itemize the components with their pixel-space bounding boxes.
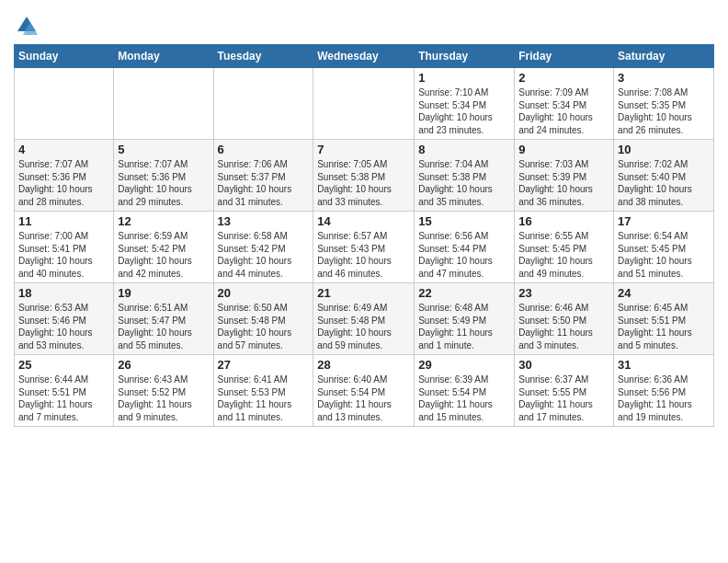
week-row-5: 25Sunrise: 6:44 AM Sunset: 5:51 PM Dayli… [15, 355, 714, 427]
calendar-cell: 30Sunrise: 6:37 AM Sunset: 5:55 PM Dayli… [515, 355, 614, 427]
day-info: Sunrise: 6:40 AM Sunset: 5:54 PM Dayligh… [317, 373, 410, 423]
calendar-cell: 14Sunrise: 6:57 AM Sunset: 5:43 PM Dayli… [313, 212, 415, 283]
calendar-cell: 22Sunrise: 6:48 AM Sunset: 5:49 PM Dayli… [415, 283, 515, 355]
day-info: Sunrise: 6:56 AM Sunset: 5:44 PM Dayligh… [418, 230, 510, 280]
calendar-cell: 6Sunrise: 7:06 AM Sunset: 5:37 PM Daylig… [213, 140, 313, 212]
calendar-cell: 7Sunrise: 7:05 AM Sunset: 5:38 PM Daylig… [313, 140, 415, 212]
week-row-3: 11Sunrise: 7:00 AM Sunset: 5:41 PM Dayli… [15, 212, 714, 283]
calendar-cell: 24Sunrise: 6:45 AM Sunset: 5:51 PM Dayli… [614, 283, 714, 355]
calendar-cell: 11Sunrise: 7:00 AM Sunset: 5:41 PM Dayli… [15, 212, 114, 283]
col-header-friday: Friday [515, 45, 614, 68]
calendar-cell: 1Sunrise: 7:10 AM Sunset: 5:34 PM Daylig… [415, 68, 515, 140]
calendar-cell: 16Sunrise: 6:55 AM Sunset: 5:45 PM Dayli… [515, 212, 614, 283]
day-number: 14 [317, 214, 410, 228]
calendar-cell: 26Sunrise: 6:43 AM Sunset: 5:52 PM Dayli… [114, 355, 213, 427]
week-row-1: 1Sunrise: 7:10 AM Sunset: 5:34 PM Daylig… [15, 68, 714, 140]
day-info: Sunrise: 6:45 AM Sunset: 5:51 PM Dayligh… [618, 302, 710, 351]
calendar-cell [15, 68, 114, 140]
day-number: 7 [317, 143, 410, 156]
day-info: Sunrise: 6:55 AM Sunset: 5:45 PM Dayligh… [518, 230, 609, 280]
day-info: Sunrise: 7:04 AM Sunset: 5:38 PM Dayligh… [418, 158, 510, 208]
calendar-cell [213, 68, 313, 140]
col-header-sunday: Sunday [15, 45, 114, 68]
calendar-cell: 5Sunrise: 7:07 AM Sunset: 5:36 PM Daylig… [114, 140, 213, 212]
calendar-cell: 21Sunrise: 6:49 AM Sunset: 5:48 PM Dayli… [313, 283, 415, 355]
day-number: 8 [418, 143, 510, 156]
day-number: 29 [418, 358, 510, 372]
col-header-thursday: Thursday [415, 45, 515, 68]
calendar-cell: 18Sunrise: 6:53 AM Sunset: 5:46 PM Dayli… [15, 283, 114, 355]
day-number: 10 [618, 143, 710, 156]
day-info: Sunrise: 7:07 AM Sunset: 5:36 PM Dayligh… [118, 158, 209, 208]
day-info: Sunrise: 7:07 AM Sunset: 5:36 PM Dayligh… [18, 158, 109, 208]
day-info: Sunrise: 6:59 AM Sunset: 5:42 PM Dayligh… [118, 230, 209, 280]
day-info: Sunrise: 6:41 AM Sunset: 5:53 PM Dayligh… [218, 373, 310, 423]
day-info: Sunrise: 6:50 AM Sunset: 5:48 PM Dayligh… [218, 302, 310, 351]
week-row-2: 4Sunrise: 7:07 AM Sunset: 5:36 PM Daylig… [15, 140, 714, 212]
day-number: 26 [118, 358, 209, 372]
calendar-header-row: SundayMondayTuesdayWednesdayThursdayFrid… [15, 45, 714, 68]
day-info: Sunrise: 7:09 AM Sunset: 5:34 PM Dayligh… [518, 86, 609, 136]
day-number: 11 [18, 214, 109, 228]
day-number: 30 [518, 358, 609, 372]
day-info: Sunrise: 6:53 AM Sunset: 5:46 PM Dayligh… [18, 302, 109, 351]
day-info: Sunrise: 6:51 AM Sunset: 5:47 PM Dayligh… [118, 302, 209, 351]
day-number: 19 [118, 286, 209, 300]
day-info: Sunrise: 6:43 AM Sunset: 5:52 PM Dayligh… [118, 373, 209, 423]
day-number: 28 [317, 358, 410, 372]
day-number: 16 [518, 214, 609, 228]
day-number: 13 [218, 214, 310, 228]
day-info: Sunrise: 6:36 AM Sunset: 5:56 PM Dayligh… [618, 373, 710, 423]
day-info: Sunrise: 6:54 AM Sunset: 5:45 PM Dayligh… [618, 230, 710, 280]
page-header [14, 9, 714, 39]
calendar-cell: 10Sunrise: 7:02 AM Sunset: 5:40 PM Dayli… [614, 140, 714, 212]
day-number: 23 [518, 286, 609, 300]
day-info: Sunrise: 7:03 AM Sunset: 5:39 PM Dayligh… [518, 158, 609, 208]
day-number: 31 [618, 358, 710, 372]
logo-icon [14, 13, 40, 39]
calendar-cell [313, 68, 415, 140]
day-info: Sunrise: 6:48 AM Sunset: 5:49 PM Dayligh… [418, 302, 510, 351]
calendar-cell: 17Sunrise: 6:54 AM Sunset: 5:45 PM Dayli… [614, 212, 714, 283]
day-info: Sunrise: 7:08 AM Sunset: 5:35 PM Dayligh… [618, 86, 710, 136]
day-number: 9 [518, 143, 609, 156]
day-info: Sunrise: 7:00 AM Sunset: 5:41 PM Dayligh… [18, 230, 109, 280]
day-number: 22 [418, 286, 510, 300]
day-info: Sunrise: 6:46 AM Sunset: 5:50 PM Dayligh… [518, 302, 609, 351]
calendar-cell: 31Sunrise: 6:36 AM Sunset: 5:56 PM Dayli… [614, 355, 714, 427]
day-number: 15 [418, 214, 510, 228]
calendar-cell: 12Sunrise: 6:59 AM Sunset: 5:42 PM Dayli… [114, 212, 213, 283]
calendar-cell: 28Sunrise: 6:40 AM Sunset: 5:54 PM Dayli… [313, 355, 415, 427]
col-header-saturday: Saturday [614, 45, 714, 68]
calendar-cell: 9Sunrise: 7:03 AM Sunset: 5:39 PM Daylig… [515, 140, 614, 212]
calendar-cell: 20Sunrise: 6:50 AM Sunset: 5:48 PM Dayli… [213, 283, 313, 355]
day-number: 2 [518, 71, 609, 85]
calendar-cell: 27Sunrise: 6:41 AM Sunset: 5:53 PM Dayli… [213, 355, 313, 427]
day-number: 3 [618, 71, 710, 85]
calendar-cell: 25Sunrise: 6:44 AM Sunset: 5:51 PM Dayli… [15, 355, 114, 427]
calendar-cell: 15Sunrise: 6:56 AM Sunset: 5:44 PM Dayli… [415, 212, 515, 283]
day-info: Sunrise: 6:58 AM Sunset: 5:42 PM Dayligh… [218, 230, 310, 280]
calendar-cell [114, 68, 213, 140]
day-info: Sunrise: 7:02 AM Sunset: 5:40 PM Dayligh… [618, 158, 710, 208]
day-info: Sunrise: 6:39 AM Sunset: 5:54 PM Dayligh… [418, 373, 510, 423]
day-number: 18 [18, 286, 109, 300]
day-number: 4 [18, 143, 109, 156]
day-number: 17 [618, 214, 710, 228]
calendar-cell: 3Sunrise: 7:08 AM Sunset: 5:35 PM Daylig… [614, 68, 714, 140]
day-info: Sunrise: 7:05 AM Sunset: 5:38 PM Dayligh… [317, 158, 410, 208]
calendar-cell: 4Sunrise: 7:07 AM Sunset: 5:36 PM Daylig… [15, 140, 114, 212]
col-header-wednesday: Wednesday [313, 45, 415, 68]
calendar-cell: 8Sunrise: 7:04 AM Sunset: 5:38 PM Daylig… [415, 140, 515, 212]
day-number: 1 [418, 71, 510, 85]
col-header-monday: Monday [114, 45, 213, 68]
day-number: 6 [218, 143, 310, 156]
day-info: Sunrise: 6:44 AM Sunset: 5:51 PM Dayligh… [18, 373, 109, 423]
day-number: 20 [218, 286, 310, 300]
calendar-cell: 29Sunrise: 6:39 AM Sunset: 5:54 PM Dayli… [415, 355, 515, 427]
day-number: 25 [18, 358, 109, 372]
day-info: Sunrise: 6:49 AM Sunset: 5:48 PM Dayligh… [317, 302, 410, 351]
day-info: Sunrise: 6:37 AM Sunset: 5:55 PM Dayligh… [518, 373, 609, 423]
day-number: 24 [618, 286, 710, 300]
day-number: 21 [317, 286, 410, 300]
